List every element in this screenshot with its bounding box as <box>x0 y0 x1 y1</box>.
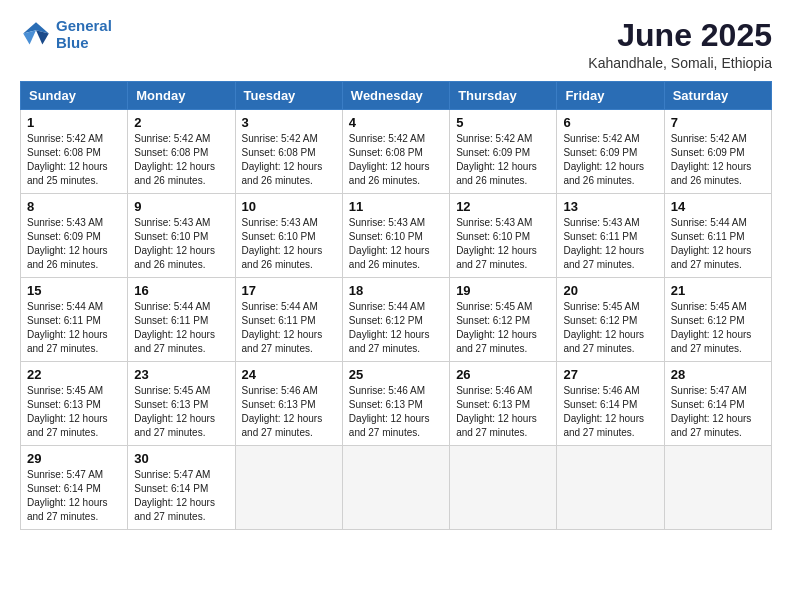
calendar-cell: 14Sunrise: 5:44 AMSunset: 6:11 PMDayligh… <box>664 194 771 278</box>
day-number: 23 <box>134 367 228 382</box>
logo-line1: General <box>56 17 112 34</box>
cell-info: Sunrise: 5:43 AMSunset: 6:10 PMDaylight:… <box>134 217 215 270</box>
cell-info: Sunrise: 5:42 AMSunset: 6:08 PMDaylight:… <box>242 133 323 186</box>
cell-info: Sunrise: 5:45 AMSunset: 6:12 PMDaylight:… <box>563 301 644 354</box>
day-number: 17 <box>242 283 336 298</box>
cell-info: Sunrise: 5:43 AMSunset: 6:10 PMDaylight:… <box>456 217 537 270</box>
day-number: 19 <box>456 283 550 298</box>
svg-marker-0 <box>23 22 49 33</box>
calendar-cell: 24Sunrise: 5:46 AMSunset: 6:13 PMDayligh… <box>235 362 342 446</box>
cell-info: Sunrise: 5:45 AMSunset: 6:13 PMDaylight:… <box>134 385 215 438</box>
cell-info: Sunrise: 5:45 AMSunset: 6:12 PMDaylight:… <box>671 301 752 354</box>
cell-info: Sunrise: 5:42 AMSunset: 6:08 PMDaylight:… <box>349 133 430 186</box>
cell-info: Sunrise: 5:43 AMSunset: 6:11 PMDaylight:… <box>563 217 644 270</box>
calendar-cell <box>557 446 664 530</box>
day-number: 28 <box>671 367 765 382</box>
header: General Blue June 2025 Kahandhale, Somal… <box>20 18 772 71</box>
day-number: 16 <box>134 283 228 298</box>
day-number: 8 <box>27 199 121 214</box>
calendar-cell: 15Sunrise: 5:44 AMSunset: 6:11 PMDayligh… <box>21 278 128 362</box>
day-number: 22 <box>27 367 121 382</box>
day-number: 7 <box>671 115 765 130</box>
calendar-cell: 20Sunrise: 5:45 AMSunset: 6:12 PMDayligh… <box>557 278 664 362</box>
cell-info: Sunrise: 5:44 AMSunset: 6:11 PMDaylight:… <box>27 301 108 354</box>
day-number: 4 <box>349 115 443 130</box>
calendar-row: 15Sunrise: 5:44 AMSunset: 6:11 PMDayligh… <box>21 278 772 362</box>
calendar-cell: 21Sunrise: 5:45 AMSunset: 6:12 PMDayligh… <box>664 278 771 362</box>
logo-line2: Blue <box>56 34 89 51</box>
cell-info: Sunrise: 5:44 AMSunset: 6:11 PMDaylight:… <box>134 301 215 354</box>
day-number: 12 <box>456 199 550 214</box>
day-number: 30 <box>134 451 228 466</box>
calendar-cell: 17Sunrise: 5:44 AMSunset: 6:11 PMDayligh… <box>235 278 342 362</box>
calendar-cell: 2Sunrise: 5:42 AMSunset: 6:08 PMDaylight… <box>128 110 235 194</box>
header-cell-thursday: Thursday <box>450 82 557 110</box>
calendar-cell: 8Sunrise: 5:43 AMSunset: 6:09 PMDaylight… <box>21 194 128 278</box>
day-number: 25 <box>349 367 443 382</box>
day-number: 9 <box>134 199 228 214</box>
cell-info: Sunrise: 5:47 AMSunset: 6:14 PMDaylight:… <box>27 469 108 522</box>
day-number: 2 <box>134 115 228 130</box>
calendar-cell <box>450 446 557 530</box>
calendar-cell: 13Sunrise: 5:43 AMSunset: 6:11 PMDayligh… <box>557 194 664 278</box>
cell-info: Sunrise: 5:45 AMSunset: 6:12 PMDaylight:… <box>456 301 537 354</box>
day-number: 6 <box>563 115 657 130</box>
calendar-cell <box>342 446 449 530</box>
title-block: June 2025 Kahandhale, Somali, Ethiopia <box>588 18 772 71</box>
calendar-cell: 10Sunrise: 5:43 AMSunset: 6:10 PMDayligh… <box>235 194 342 278</box>
calendar-cell <box>235 446 342 530</box>
calendar-cell: 5Sunrise: 5:42 AMSunset: 6:09 PMDaylight… <box>450 110 557 194</box>
subtitle: Kahandhale, Somali, Ethiopia <box>588 55 772 71</box>
calendar-cell: 7Sunrise: 5:42 AMSunset: 6:09 PMDaylight… <box>664 110 771 194</box>
day-number: 3 <box>242 115 336 130</box>
day-number: 27 <box>563 367 657 382</box>
day-number: 24 <box>242 367 336 382</box>
cell-info: Sunrise: 5:42 AMSunset: 6:08 PMDaylight:… <box>27 133 108 186</box>
calendar-row: 22Sunrise: 5:45 AMSunset: 6:13 PMDayligh… <box>21 362 772 446</box>
day-number: 20 <box>563 283 657 298</box>
cell-info: Sunrise: 5:44 AMSunset: 6:12 PMDaylight:… <box>349 301 430 354</box>
calendar-cell: 29Sunrise: 5:47 AMSunset: 6:14 PMDayligh… <box>21 446 128 530</box>
calendar-row: 8Sunrise: 5:43 AMSunset: 6:09 PMDaylight… <box>21 194 772 278</box>
header-cell-tuesday: Tuesday <box>235 82 342 110</box>
cell-info: Sunrise: 5:42 AMSunset: 6:09 PMDaylight:… <box>671 133 752 186</box>
day-number: 29 <box>27 451 121 466</box>
calendar-cell: 9Sunrise: 5:43 AMSunset: 6:10 PMDaylight… <box>128 194 235 278</box>
cell-info: Sunrise: 5:43 AMSunset: 6:10 PMDaylight:… <box>242 217 323 270</box>
logo-text: General Blue <box>56 18 112 51</box>
calendar-cell: 1Sunrise: 5:42 AMSunset: 6:08 PMDaylight… <box>21 110 128 194</box>
day-number: 26 <box>456 367 550 382</box>
page: General Blue June 2025 Kahandhale, Somal… <box>0 0 792 612</box>
day-number: 13 <box>563 199 657 214</box>
calendar-row: 1Sunrise: 5:42 AMSunset: 6:08 PMDaylight… <box>21 110 772 194</box>
cell-info: Sunrise: 5:42 AMSunset: 6:09 PMDaylight:… <box>456 133 537 186</box>
calendar-cell: 11Sunrise: 5:43 AMSunset: 6:10 PMDayligh… <box>342 194 449 278</box>
cell-info: Sunrise: 5:46 AMSunset: 6:13 PMDaylight:… <box>242 385 323 438</box>
calendar: SundayMondayTuesdayWednesdayThursdayFrid… <box>20 81 772 530</box>
calendar-cell: 16Sunrise: 5:44 AMSunset: 6:11 PMDayligh… <box>128 278 235 362</box>
main-title: June 2025 <box>588 18 772 53</box>
day-number: 11 <box>349 199 443 214</box>
day-number: 5 <box>456 115 550 130</box>
calendar-cell: 26Sunrise: 5:46 AMSunset: 6:13 PMDayligh… <box>450 362 557 446</box>
header-cell-friday: Friday <box>557 82 664 110</box>
header-cell-wednesday: Wednesday <box>342 82 449 110</box>
cell-info: Sunrise: 5:44 AMSunset: 6:11 PMDaylight:… <box>671 217 752 270</box>
cell-info: Sunrise: 5:47 AMSunset: 6:14 PMDaylight:… <box>134 469 215 522</box>
calendar-body: 1Sunrise: 5:42 AMSunset: 6:08 PMDaylight… <box>21 110 772 530</box>
calendar-cell <box>664 446 771 530</box>
calendar-cell: 30Sunrise: 5:47 AMSunset: 6:14 PMDayligh… <box>128 446 235 530</box>
header-cell-monday: Monday <box>128 82 235 110</box>
cell-info: Sunrise: 5:46 AMSunset: 6:13 PMDaylight:… <box>456 385 537 438</box>
day-number: 1 <box>27 115 121 130</box>
cell-info: Sunrise: 5:47 AMSunset: 6:14 PMDaylight:… <box>671 385 752 438</box>
calendar-cell: 19Sunrise: 5:45 AMSunset: 6:12 PMDayligh… <box>450 278 557 362</box>
calendar-cell: 4Sunrise: 5:42 AMSunset: 6:08 PMDaylight… <box>342 110 449 194</box>
calendar-cell: 3Sunrise: 5:42 AMSunset: 6:08 PMDaylight… <box>235 110 342 194</box>
calendar-cell: 23Sunrise: 5:45 AMSunset: 6:13 PMDayligh… <box>128 362 235 446</box>
cell-info: Sunrise: 5:43 AMSunset: 6:10 PMDaylight:… <box>349 217 430 270</box>
calendar-cell: 27Sunrise: 5:46 AMSunset: 6:14 PMDayligh… <box>557 362 664 446</box>
logo: General Blue <box>20 18 112 51</box>
day-number: 15 <box>27 283 121 298</box>
cell-info: Sunrise: 5:46 AMSunset: 6:13 PMDaylight:… <box>349 385 430 438</box>
